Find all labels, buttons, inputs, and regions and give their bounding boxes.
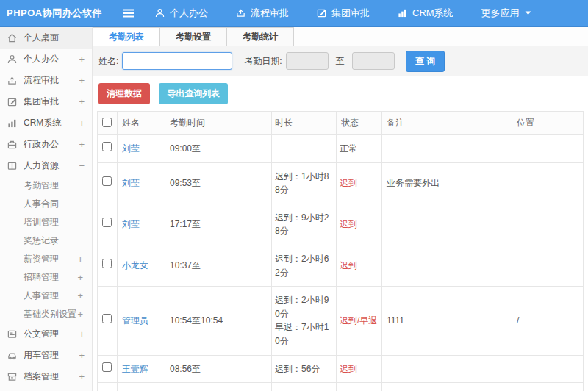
sidebar-subitem-6-1[interactable]: 人事合同 xyxy=(0,195,92,213)
tab-1[interactable]: 考勤设置 xyxy=(160,27,227,46)
sidebar-item-label: 个人桌面 xyxy=(24,32,59,44)
cell-status: 迟到 xyxy=(337,245,382,286)
select-all-checkbox[interactable] xyxy=(102,118,112,127)
sidebar-item-10[interactable]: 项目管理+ xyxy=(0,387,92,391)
sidebar-subitem-6-5[interactable]: 招聘管理+ xyxy=(0,268,92,287)
topnav-item-2[interactable]: 集团审批 xyxy=(303,0,384,26)
row-checkbox[interactable] xyxy=(102,314,112,323)
expand-icon: + xyxy=(79,118,85,129)
topnav-item-3[interactable]: CRM系统 xyxy=(384,0,467,26)
sidebar-item-5[interactable]: 行政办公+ xyxy=(0,134,92,155)
sidebar-item-2[interactable]: 流程审批+ xyxy=(0,70,92,91)
topnav-item-0[interactable]: 个人办公 xyxy=(141,0,222,26)
row-checkbox-cell xyxy=(98,162,118,204)
car-icon xyxy=(7,351,18,360)
date-from-input[interactable] xyxy=(286,52,329,70)
row-checkbox[interactable] xyxy=(102,362,112,372)
cell-time: 08:56至 xyxy=(165,355,272,383)
top-menu: 个人办公流程审批集团审批CRM系统更多应用 xyxy=(141,0,545,26)
edit-icon xyxy=(7,97,18,107)
duration-late-line: 迟到：1小时88分 xyxy=(275,170,333,197)
sidebar-subitem-label: 奖惩记录 xyxy=(24,234,59,247)
cell-note: 1111 xyxy=(382,287,512,355)
duration-late-line: 迟到：9小时28分 xyxy=(275,211,333,238)
sidebar-subitem-6-7[interactable]: 基础类别设置+ xyxy=(0,305,92,323)
expand-icon: + xyxy=(79,75,85,86)
expand-icon: + xyxy=(79,139,85,150)
date-to-input[interactable] xyxy=(352,52,395,70)
cell-location xyxy=(512,245,584,286)
row-checkbox-cell xyxy=(98,204,118,245)
topnav-item-1[interactable]: 流程审批 xyxy=(222,0,303,26)
tab-2[interactable]: 考勤统计 xyxy=(227,27,294,46)
topnav-item-label: 流程审批 xyxy=(251,7,289,20)
sidebar-toggle-button[interactable] xyxy=(116,8,141,18)
book-icon xyxy=(7,161,18,171)
cell-status: 迟到/早退 xyxy=(337,287,382,355)
row-checkbox[interactable] xyxy=(102,218,112,227)
employee-name-link[interactable]: 刘莹 xyxy=(122,219,140,229)
sidebar-item-8[interactable]: 用车管理+ xyxy=(0,345,92,366)
cell-status: 迟到 xyxy=(337,355,382,383)
tab-0[interactable]: 考勤列表 xyxy=(93,27,160,46)
row-checkbox-cell xyxy=(98,135,118,163)
sidebar-item-4[interactable]: CRM系统+ xyxy=(0,112,92,134)
employee-name-link[interactable]: 刘莹 xyxy=(122,178,140,188)
sidebar-subitem-6-2[interactable]: 培训管理 xyxy=(0,213,92,232)
sidebar-subitem-label: 薪资管理 xyxy=(24,253,59,265)
employee-name-link[interactable]: 刘莹 xyxy=(122,143,140,154)
cell-status: 迟到 xyxy=(337,162,382,204)
table-row: 刘莹17:17至迟到：9小时28分迟到 xyxy=(98,204,584,245)
employee-name-link[interactable]: 王壹辉 xyxy=(122,364,148,374)
sidebar-subitem-label: 考勤管理 xyxy=(24,179,59,192)
sidebar: 个人桌面个人办公+流程审批+集团审批+CRM系统+行政办公+人力资源−考勤管理人… xyxy=(0,27,93,391)
sidebar-item-6[interactable]: 人力资源− xyxy=(0,155,92,176)
sidebar-subitem-6-3[interactable]: 奖惩记录 xyxy=(0,232,92,250)
duration-late-line: 迟到：56分 xyxy=(275,362,333,376)
row-checkbox[interactable] xyxy=(102,142,112,151)
employee-name-link[interactable]: 管理员 xyxy=(122,315,148,326)
sidebar-item-1[interactable]: 个人办公+ xyxy=(0,49,92,70)
col-header-status: 状态 xyxy=(337,112,382,135)
sidebar-subitem-label: 基础类别设置 xyxy=(24,308,76,320)
expand-icon: + xyxy=(79,96,85,107)
sidebar-item-9[interactable]: 档案管理+ xyxy=(0,366,92,387)
sidebar-subitem-6-0[interactable]: 考勤管理 xyxy=(0,176,92,195)
row-checkbox[interactable] xyxy=(102,176,112,186)
user-icon xyxy=(155,8,165,18)
sidebar-item-label: 个人办公 xyxy=(24,53,59,65)
employee-name-link[interactable]: 小龙女 xyxy=(122,260,148,270)
sidebar-subitem-6-4[interactable]: 薪资管理+ xyxy=(0,250,92,268)
cell-time: 09:53至 xyxy=(165,162,272,204)
table-row: 刘莹09:00至正常 xyxy=(98,135,584,163)
collapse-icon: − xyxy=(79,160,85,171)
search-button[interactable]: 查 询 xyxy=(406,51,445,72)
topnav-item-4[interactable]: 更多应用 xyxy=(467,0,545,26)
sidebar-subitem-label: 培训管理 xyxy=(24,216,59,229)
sidebar-item-7[interactable]: 公文管理+ xyxy=(0,323,92,345)
cell-location: / xyxy=(512,287,584,355)
export-list-button[interactable]: 导出查询列表 xyxy=(159,83,228,104)
sidebar-item-label: 流程审批 xyxy=(24,74,59,87)
cell-status: 正常 xyxy=(337,135,382,163)
cell-name: 黄蓉 xyxy=(118,383,165,391)
sidebar-item-0[interactable]: 个人桌面 xyxy=(0,27,92,49)
sidebar-subitem-label: 人事管理 xyxy=(24,290,59,302)
name-filter-label: 姓名: xyxy=(98,55,118,68)
table-row: 管理员10:54至10:54迟到：2小时90分早退：7小时10分迟到/早退111… xyxy=(98,287,584,355)
cell-status: 迟到/早退 xyxy=(337,383,382,391)
row-checkbox-cell xyxy=(98,383,118,391)
table-row: 黄蓉13:20至13:20迟到：5小时33分早退：4小时67分迟到/早退/ xyxy=(98,383,584,391)
row-checkbox-cell xyxy=(98,245,118,286)
sidebar-item-3[interactable]: 集团审批+ xyxy=(0,91,92,112)
cell-location xyxy=(512,135,584,163)
cell-name: 刘莹 xyxy=(118,162,165,204)
name-filter-input[interactable] xyxy=(122,52,232,70)
sidebar-subitem-6-6[interactable]: 人事管理+ xyxy=(0,287,92,305)
status-badge: 迟到 xyxy=(340,178,357,188)
expand-icon: + xyxy=(79,350,85,361)
app-logo[interactable]: PHPOA协同办公软件 xyxy=(0,7,110,20)
row-checkbox[interactable] xyxy=(102,259,112,268)
clear-data-button[interactable]: 清理数据 xyxy=(98,83,150,104)
cell-status: 迟到 xyxy=(337,204,382,245)
